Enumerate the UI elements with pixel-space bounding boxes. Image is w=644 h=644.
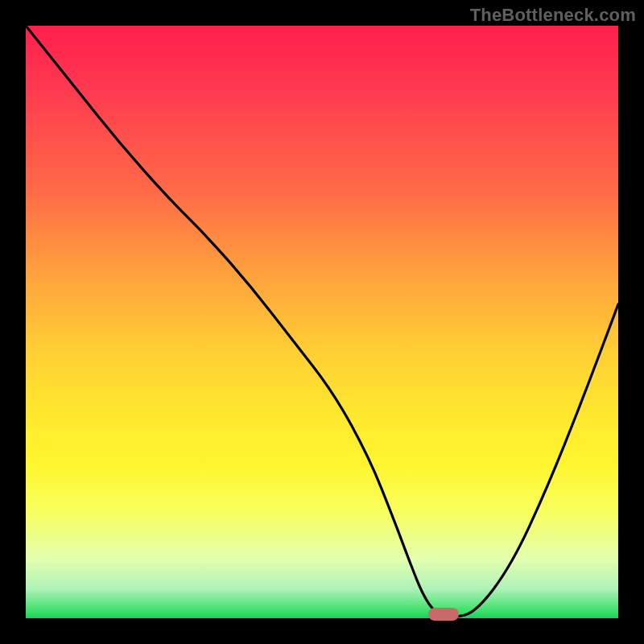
chart-frame: TheBottleneck.com: [0, 0, 644, 644]
bottleneck-curve: [26, 26, 618, 618]
watermark-text: TheBottleneck.com: [470, 5, 636, 26]
plot-area: [26, 26, 618, 618]
optimal-point-marker: [428, 608, 459, 621]
